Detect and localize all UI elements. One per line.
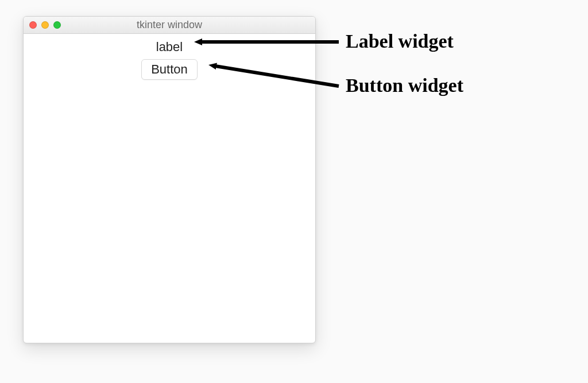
titlebar: tkinter window [24,17,315,34]
button-widget[interactable]: Button [141,59,198,80]
close-icon[interactable] [29,21,37,29]
window-content: label Button [24,34,315,80]
app-window: tkinter window label Button [23,16,316,343]
window-controls [24,21,61,29]
minimize-icon[interactable] [41,21,49,29]
window-title: tkinter window [24,19,315,31]
maximize-icon[interactable] [53,21,61,29]
annotation-label: Label widget [346,30,454,52]
label-widget: label [156,40,183,55]
annotation-button: Button widget [346,75,463,96]
